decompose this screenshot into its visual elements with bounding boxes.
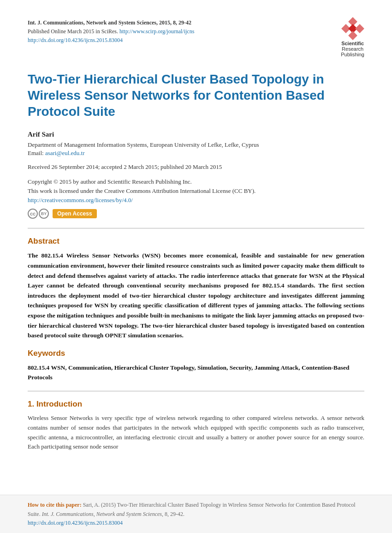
introduction-heading: 1. Introduction	[28, 400, 364, 409]
header: Int. J. Communications, Network and Syst…	[28, 18, 364, 57]
keywords-heading: Keywords	[28, 349, 364, 358]
abstract-text: The 802.15.4 Wireless Sensor Networks (W…	[28, 251, 364, 340]
cite-doi-link[interactable]: http://dx.doi.org/10.4236/ijcns.2015.830…	[28, 520, 123, 526]
author-email: Email: asari@eul.edu.tr	[28, 150, 364, 157]
email-link[interactable]: asari@eul.edu.tr	[45, 150, 85, 156]
logo-line2: Research	[342, 46, 363, 52]
cite-journal: Int. J. Communications, Network and Syst…	[42, 511, 162, 517]
doi-link[interactable]: http://dx.doi.org/10.4236/ijcns.2015.830…	[28, 37, 123, 43]
author-name: Arif Sari	[28, 131, 364, 138]
divider-2	[28, 391, 364, 391]
logo-line1: Scientific	[341, 41, 364, 46]
journal-url-link[interactable]: http://www.scirp.org/journal/ijcns	[119, 28, 194, 35]
publisher-logo: Scientific Research Publishing	[341, 18, 364, 57]
diamond-empty-4	[355, 31, 364, 40]
license-link[interactable]: http://creativecommons.org/licenses/by/4…	[28, 197, 133, 204]
article-title: Two-Tier Hierarchical Cluster Based Topo…	[28, 71, 364, 120]
cc-icon: cc BY	[28, 209, 49, 219]
published-line: Published Online March 2015 in SciRes. h…	[28, 28, 194, 35]
by-circle: BY	[39, 209, 49, 219]
citation-bar: How to cite this paper: Sari, A. (2015) …	[0, 495, 392, 533]
abstract-heading: Abstract	[28, 237, 364, 246]
cite-label: How to cite this paper:	[28, 502, 82, 508]
cc-circle: cc	[28, 209, 38, 219]
logo-line3: Publishing	[341, 52, 364, 57]
cite-volume: , 8, 29-42.	[162, 511, 184, 517]
journal-title: Int. J. Communications, Network and Syst…	[28, 19, 191, 26]
introduction-text: Wireless Sensor Networks is very specifi…	[28, 413, 364, 452]
header-left: Int. J. Communications, Network and Syst…	[28, 18, 194, 45]
keywords-text: 802.15.4 WSN, Communication, Hierarchica…	[28, 363, 364, 383]
open-access-badge: Open Access	[53, 209, 97, 218]
divider-1	[28, 228, 364, 228]
page: Int. J. Communications, Network and Syst…	[0, 0, 392, 533]
author-affiliation: Department of Management Information Sys…	[28, 141, 364, 149]
copyright-line2: This work is licensed under the Creative…	[28, 187, 255, 194]
received-line: Received 26 September 2014; accepted 2 M…	[28, 163, 364, 171]
copyright-block: Copyright © 2015 by author and Scientifi…	[28, 177, 364, 205]
open-access-row: cc BY Open Access	[28, 209, 364, 219]
copyright-line1: Copyright © 2015 by author and Scientifi…	[28, 178, 192, 185]
logo-diamonds	[343, 18, 363, 39]
